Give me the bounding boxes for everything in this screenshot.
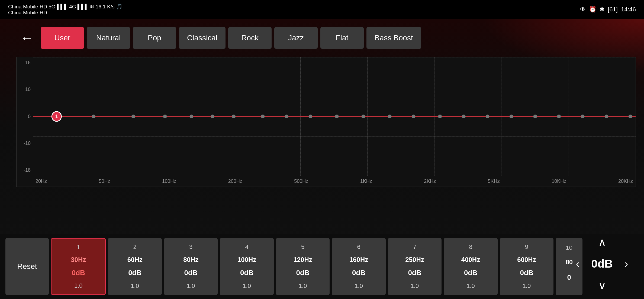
main-content: ← User Natural Pop Classical Rock Jazz F…	[0, 19, 644, 299]
chart-area[interactable]: 1	[33, 57, 636, 176]
presets-bar: ← User Natural Pop Classical Rock Jazz F…	[16, 24, 636, 51]
band-4-freq: 100Hz	[237, 256, 256, 264]
band-2-freq: 60Hz	[127, 256, 143, 264]
svg-point-4	[131, 115, 135, 118]
band-cell-7[interactable]: 7 250Hz 0dB 1.0	[388, 238, 442, 295]
preset-bass-boost[interactable]: Bass Boost	[366, 27, 421, 49]
prev-button[interactable]: ‹	[569, 256, 586, 272]
down-button[interactable]: ∨	[591, 277, 613, 294]
band-9-q: 1.0	[523, 282, 531, 290]
y-label-18: 18	[25, 60, 31, 66]
db-display: 0dB	[591, 257, 613, 270]
svg-point-14	[388, 115, 392, 118]
lr-row: ‹ 0dB ›	[569, 256, 634, 272]
band-cell-6[interactable]: 6 160Hz 0dB 1.0	[332, 238, 385, 295]
svg-point-5	[163, 115, 167, 118]
band-cell-5[interactable]: 5 120Hz 0dB 1.0	[276, 238, 330, 295]
band-cell-9[interactable]: 9 600Hz 0dB 1.0	[500, 238, 553, 295]
svg-point-21	[557, 115, 561, 118]
svg-point-24	[629, 115, 632, 118]
next-button[interactable]: ›	[618, 256, 635, 272]
clock: 14:46	[621, 6, 636, 13]
band-7-freq: 250Hz	[405, 256, 424, 264]
x-label-100hz: 100Hz	[162, 178, 176, 184]
band-2-db: 0dB	[128, 269, 141, 277]
right-controls: ∧ ‹ 0dB › ∨	[568, 234, 636, 294]
y-label-10: 10	[25, 87, 31, 92]
x-label-5khz: 5KHz	[488, 178, 500, 184]
band-3-freq: 80Hz	[183, 256, 198, 264]
svg-point-17	[462, 115, 466, 118]
preset-pop[interactable]: Pop	[133, 27, 176, 49]
status-bar: China Mobile HD 5G ▌▌▌ 4G ▌▌▌ ≋ 16.1 K/s…	[0, 0, 644, 19]
band-7-db: 0dB	[408, 269, 421, 277]
y-labels: 18 10 0 -10 -18	[17, 57, 33, 176]
band-cell-4[interactable]: 4 100Hz 0dB 1.0	[220, 238, 273, 295]
band-cell-1[interactable]: 1 30Hz 0dB 1.0	[51, 238, 106, 295]
y-label-0: 0	[28, 114, 31, 119]
x-label-20hz: 20Hz	[36, 178, 47, 184]
band-2-q: 1.0	[131, 282, 139, 290]
preset-classical[interactable]: Classical	[179, 27, 226, 49]
y-label-neg10: -10	[24, 141, 31, 146]
band-1-freq: 30Hz	[71, 256, 86, 264]
x-label-1khz: 1KHz	[360, 178, 372, 184]
svg-point-13	[361, 115, 365, 118]
x-label-50hz: 50Hz	[99, 178, 110, 184]
svg-point-9	[261, 115, 265, 118]
band-8-freq: 400Hz	[461, 256, 480, 264]
band-3-q: 1.0	[187, 282, 195, 290]
x-label-200hz: 200Hz	[228, 178, 242, 184]
band-7-number: 7	[413, 243, 416, 251]
x-label-500hz: 500Hz	[294, 178, 308, 184]
carrier-info: China Mobile HD 5G ▌▌▌ 4G ▌▌▌ ≋ 16.1 K/s…	[8, 4, 123, 16]
up-button[interactable]: ∧	[591, 234, 613, 250]
reset-button[interactable]: Reset	[5, 238, 49, 295]
svg-point-10	[285, 115, 289, 118]
band-1-q: 1.0	[74, 282, 83, 289]
svg-point-12	[335, 115, 339, 118]
svg-point-16	[438, 115, 442, 118]
band-7-q: 1.0	[411, 282, 419, 290]
svg-point-18	[486, 115, 490, 118]
band-controls: Reset 1 30Hz 0dB 1.0 2 60Hz 0dB 1.0 3 80…	[0, 234, 644, 299]
svg-text:1: 1	[55, 114, 58, 119]
bluetooth-icon: ✱	[600, 6, 604, 13]
band-2-number: 2	[133, 243, 137, 251]
eq-svg: 1	[33, 57, 636, 176]
y-label-neg18: -18	[24, 167, 31, 173]
band-cell-2[interactable]: 2 60Hz 0dB 1.0	[108, 238, 162, 295]
svg-point-8	[232, 115, 236, 118]
x-label-10khz: 10KHz	[552, 178, 566, 184]
band-6-freq: 160Hz	[349, 256, 368, 264]
svg-point-11	[308, 115, 312, 118]
preset-flat[interactable]: Flat	[320, 27, 364, 49]
svg-point-15	[412, 115, 416, 118]
carrier2: China Mobile HD	[8, 10, 123, 16]
x-label-20khz: 20KHz	[618, 178, 633, 184]
band-1-db: 0dB	[72, 269, 85, 277]
preset-jazz[interactable]: Jazz	[274, 27, 318, 49]
eq-chart: 18 10 0 -10 -18	[17, 57, 636, 187]
back-button[interactable]: ←	[16, 27, 38, 49]
band-8-q: 1.0	[466, 282, 475, 290]
svg-point-23	[605, 115, 608, 118]
preset-user[interactable]: User	[41, 27, 84, 49]
preset-natural[interactable]: Natural	[87, 27, 130, 49]
band-4-db: 0dB	[240, 269, 253, 277]
band-9-db: 0dB	[520, 269, 533, 277]
band-5-db: 0dB	[296, 269, 310, 277]
preset-rock[interactable]: Rock	[228, 27, 272, 49]
band-5-q: 1.0	[299, 282, 307, 290]
svg-point-20	[533, 115, 537, 118]
battery-indicator: [61]	[608, 6, 618, 13]
band-cell-8[interactable]: 8 400Hz 0dB 1.0	[444, 238, 497, 295]
band-1-number: 1	[77, 244, 80, 251]
band-3-number: 3	[189, 243, 192, 251]
band-9-freq: 600Hz	[517, 256, 536, 264]
band-cell-3[interactable]: 3 80Hz 0dB 1.0	[164, 238, 218, 295]
eq-chart-container: 18 10 0 -10 -18	[16, 57, 636, 187]
svg-point-3	[92, 115, 96, 118]
svg-point-22	[581, 115, 585, 118]
svg-point-7	[211, 115, 214, 118]
